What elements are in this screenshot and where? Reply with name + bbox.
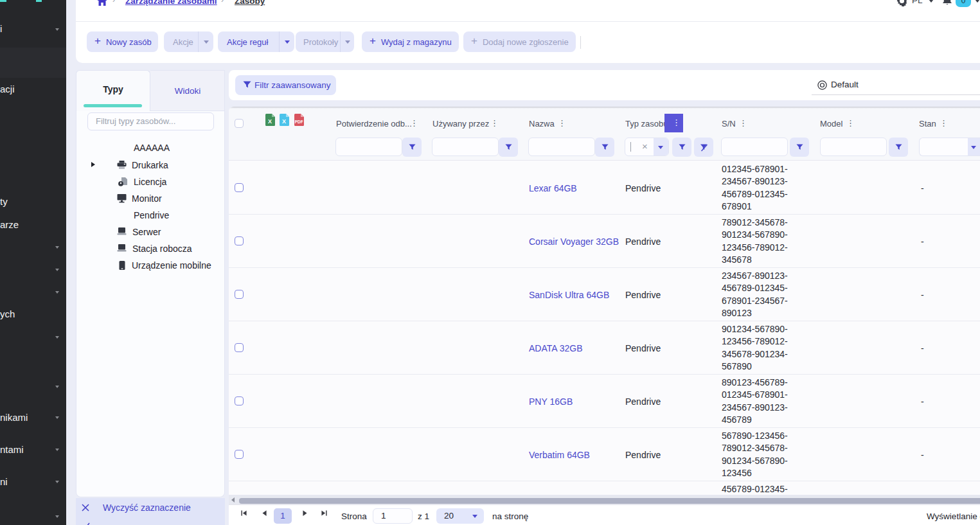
svg-text:PDF: PDF <box>295 120 303 124</box>
svg-text:X: X <box>282 118 286 125</box>
svg-text:X: X <box>268 118 272 125</box>
